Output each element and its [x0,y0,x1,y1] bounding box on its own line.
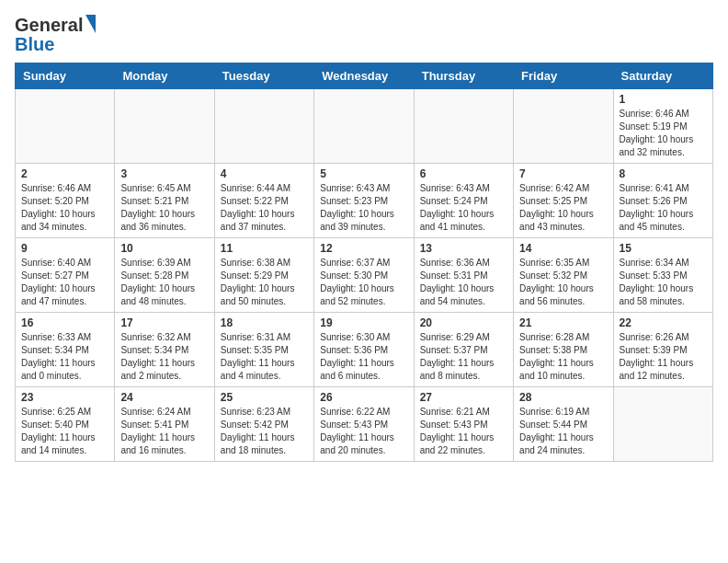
day-number: 6 [420,167,507,180]
day-info: Sunrise: 6:28 AM Sunset: 5:38 PM Dayligh… [519,331,607,383]
day-info: Sunrise: 6:41 AM Sunset: 5:26 PM Dayligh… [620,182,707,234]
day-number: 8 [620,167,707,180]
day-info: Sunrise: 6:30 AM Sunset: 5:36 PM Dayligh… [320,331,407,383]
calendar-week-row: 2Sunrise: 6:46 AM Sunset: 5:20 PM Daylig… [16,164,713,238]
calendar-day-cell [414,89,513,164]
day-number: 19 [320,316,407,329]
day-info: Sunrise: 6:25 AM Sunset: 5:40 PM Dayligh… [21,406,108,457]
calendar-day-cell: 17Sunrise: 6:32 AM Sunset: 5:34 PM Dayli… [115,313,214,387]
day-info: Sunrise: 6:42 AM Sunset: 5:25 PM Dayligh… [519,182,607,234]
day-number: 18 [221,316,308,329]
calendar-day-cell [314,89,414,164]
day-number: 3 [120,167,208,180]
calendar-header-row: SundayMondayTuesdayWednesdayThursdayFrid… [16,63,713,89]
calendar-day-cell: 14Sunrise: 6:35 AM Sunset: 5:32 PM Dayli… [514,238,613,313]
day-info: Sunrise: 6:46 AM Sunset: 5:19 PM Dayligh… [620,108,707,159]
day-of-week-header: Saturday [613,63,712,89]
day-number: 28 [519,391,607,404]
day-info: Sunrise: 6:32 AM Sunset: 5:34 PM Dayligh… [120,331,208,383]
day-info: Sunrise: 6:38 AM Sunset: 5:29 PM Dayligh… [221,257,308,308]
day-info: Sunrise: 6:29 AM Sunset: 5:37 PM Dayligh… [420,331,507,383]
day-info: Sunrise: 6:43 AM Sunset: 5:23 PM Dayligh… [320,182,407,234]
day-info: Sunrise: 6:24 AM Sunset: 5:41 PM Dayligh… [120,406,208,457]
day-info: Sunrise: 6:26 AM Sunset: 5:39 PM Dayligh… [620,331,707,383]
calendar-week-row: 16Sunrise: 6:33 AM Sunset: 5:34 PM Dayli… [16,313,713,387]
calendar-day-cell [115,89,214,164]
calendar-day-cell: 8Sunrise: 6:41 AM Sunset: 5:26 PM Daylig… [613,164,712,238]
day-number: 5 [320,167,407,180]
day-info: Sunrise: 6:37 AM Sunset: 5:30 PM Dayligh… [320,257,407,308]
day-number: 17 [120,316,208,329]
calendar-day-cell: 1Sunrise: 6:46 AM Sunset: 5:19 PM Daylig… [613,89,712,164]
day-of-week-header: Sunday [16,63,115,89]
day-info: Sunrise: 6:36 AM Sunset: 5:31 PM Dayligh… [420,257,507,308]
calendar-day-cell: 12Sunrise: 6:37 AM Sunset: 5:30 PM Dayli… [314,238,414,313]
calendar-day-cell: 25Sunrise: 6:23 AM Sunset: 5:42 PM Dayli… [214,387,313,462]
day-info: Sunrise: 6:40 AM Sunset: 5:27 PM Dayligh… [21,257,108,308]
calendar-week-row: 9Sunrise: 6:40 AM Sunset: 5:27 PM Daylig… [16,238,713,313]
day-info: Sunrise: 6:34 AM Sunset: 5:33 PM Dayligh… [620,257,707,308]
calendar-table: SundayMondayTuesdayWednesdayThursdayFrid… [15,63,713,462]
calendar-day-cell: 6Sunrise: 6:43 AM Sunset: 5:24 PM Daylig… [414,164,513,238]
calendar-day-cell: 11Sunrise: 6:38 AM Sunset: 5:29 PM Dayli… [214,238,313,313]
calendar-day-cell [514,89,613,164]
day-number: 26 [320,391,407,404]
day-info: Sunrise: 6:43 AM Sunset: 5:24 PM Dayligh… [420,182,507,234]
day-number: 20 [420,316,507,329]
calendar-day-cell: 22Sunrise: 6:26 AM Sunset: 5:39 PM Dayli… [613,313,712,387]
day-info: Sunrise: 6:33 AM Sunset: 5:34 PM Dayligh… [21,331,108,383]
calendar-day-cell: 10Sunrise: 6:39 AM Sunset: 5:28 PM Dayli… [115,238,214,313]
calendar-day-cell: 19Sunrise: 6:30 AM Sunset: 5:36 PM Dayli… [314,313,414,387]
calendar-day-cell: 26Sunrise: 6:22 AM Sunset: 5:43 PM Dayli… [314,387,414,462]
day-info: Sunrise: 6:23 AM Sunset: 5:42 PM Dayligh… [221,406,308,457]
day-of-week-header: Monday [115,63,214,89]
day-number: 12 [320,242,407,255]
day-info: Sunrise: 6:46 AM Sunset: 5:20 PM Dayligh… [21,182,108,234]
day-of-week-header: Thursday [414,63,513,89]
day-info: Sunrise: 6:31 AM Sunset: 5:35 PM Dayligh… [221,331,308,383]
calendar-day-cell: 18Sunrise: 6:31 AM Sunset: 5:35 PM Dayli… [214,313,313,387]
day-number: 25 [221,391,308,404]
calendar-day-cell [214,89,313,164]
calendar-day-cell: 9Sunrise: 6:40 AM Sunset: 5:27 PM Daylig… [16,238,115,313]
day-number: 22 [620,316,707,329]
day-info: Sunrise: 6:45 AM Sunset: 5:21 PM Dayligh… [120,182,208,234]
day-info: Sunrise: 6:21 AM Sunset: 5:43 PM Dayligh… [420,406,507,457]
logo: General Blue [15,15,96,55]
day-info: Sunrise: 6:19 AM Sunset: 5:44 PM Dayligh… [519,406,607,457]
calendar-day-cell [16,89,115,164]
day-of-week-header: Friday [514,63,613,89]
calendar-day-cell: 7Sunrise: 6:42 AM Sunset: 5:25 PM Daylig… [514,164,613,238]
day-number: 10 [120,242,208,255]
calendar-day-cell: 24Sunrise: 6:24 AM Sunset: 5:41 PM Dayli… [115,387,214,462]
calendar-day-cell [613,387,712,462]
day-of-week-header: Wednesday [314,63,414,89]
calendar-day-cell: 27Sunrise: 6:21 AM Sunset: 5:43 PM Dayli… [414,387,513,462]
calendar-day-cell: 28Sunrise: 6:19 AM Sunset: 5:44 PM Dayli… [514,387,613,462]
calendar-day-cell: 13Sunrise: 6:36 AM Sunset: 5:31 PM Dayli… [414,238,513,313]
calendar-day-cell: 4Sunrise: 6:44 AM Sunset: 5:22 PM Daylig… [214,164,313,238]
day-info: Sunrise: 6:35 AM Sunset: 5:32 PM Dayligh… [519,257,607,308]
day-number: 15 [620,242,707,255]
day-info: Sunrise: 6:44 AM Sunset: 5:22 PM Dayligh… [221,182,308,234]
calendar-day-cell: 5Sunrise: 6:43 AM Sunset: 5:23 PM Daylig… [314,164,414,238]
day-of-week-header: Tuesday [214,63,313,89]
day-number: 1 [620,93,707,106]
calendar-day-cell: 2Sunrise: 6:46 AM Sunset: 5:20 PM Daylig… [16,164,115,238]
page-header: General Blue [15,15,713,55]
day-number: 2 [21,167,108,180]
day-number: 7 [519,167,607,180]
day-number: 24 [120,391,208,404]
day-number: 23 [21,391,108,404]
calendar-day-cell: 16Sunrise: 6:33 AM Sunset: 5:34 PM Dayli… [16,313,115,387]
day-number: 16 [21,316,108,329]
logo-blue-text: Blue [15,34,54,55]
calendar-day-cell: 15Sunrise: 6:34 AM Sunset: 5:33 PM Dayli… [613,238,712,313]
day-number: 4 [221,167,308,180]
day-info: Sunrise: 6:39 AM Sunset: 5:28 PM Dayligh… [120,257,208,308]
day-number: 13 [420,242,507,255]
calendar-day-cell: 21Sunrise: 6:28 AM Sunset: 5:38 PM Dayli… [514,313,613,387]
day-number: 21 [519,316,607,329]
day-number: 11 [221,242,308,255]
logo-general-text: General [15,15,83,36]
